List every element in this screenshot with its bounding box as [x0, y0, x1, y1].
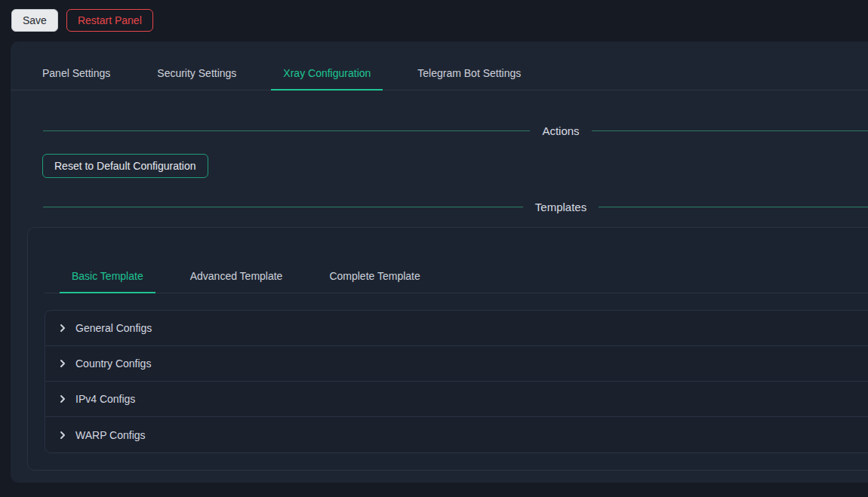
- chevron-right-icon: [58, 394, 67, 403]
- collapse-label: IPv4 Configs: [75, 393, 135, 405]
- config-collapse-list: General Configs Country Configs IPv4 Con…: [45, 310, 868, 453]
- settings-tab-bar: Panel Settings Security Settings Xray Co…: [11, 57, 868, 91]
- templates-card: Basic Template Advanced Template Complet…: [27, 227, 868, 471]
- save-button[interactable]: Save: [11, 9, 58, 32]
- template-tab-bar: Basic Template Advanced Template Complet…: [45, 259, 868, 293]
- chevron-right-icon: [58, 324, 67, 333]
- collapse-label: Country Configs: [75, 357, 151, 370]
- divider-line: [43, 130, 530, 131]
- collapse-header-country-configs[interactable]: Country Configs: [45, 346, 868, 382]
- tab-complete-template[interactable]: Complete Template: [317, 259, 432, 293]
- actions-divider-label: Actions: [530, 124, 591, 137]
- collapse-header-general-configs[interactable]: General Configs: [45, 311, 868, 346]
- chevron-right-icon: [58, 359, 67, 368]
- tab-telegram-bot-settings[interactable]: Telegram Bot Settings: [405, 57, 533, 90]
- collapse-label: WARP Configs: [75, 429, 146, 441]
- collapse-header-ipv4-configs[interactable]: IPv4 Configs: [45, 382, 868, 417]
- templates-divider: Templates: [11, 201, 868, 213]
- collapse-header-warp-configs[interactable]: WARP Configs: [45, 417, 868, 453]
- templates-divider-label: Templates: [523, 201, 599, 213]
- collapse-label: General Configs: [75, 322, 152, 334]
- settings-card: Panel Settings Security Settings Xray Co…: [11, 41, 868, 483]
- tab-advanced-template[interactable]: Advanced Template: [178, 259, 295, 293]
- divider-line: [43, 207, 523, 207]
- tab-security-settings[interactable]: Security Settings: [145, 57, 248, 90]
- tab-xray-configuration[interactable]: Xray Configuration: [271, 57, 383, 90]
- restart-panel-button[interactable]: Restart Panel: [66, 9, 153, 32]
- reset-default-configuration-button[interactable]: Reset to Default Configuration: [42, 154, 208, 178]
- tab-basic-template[interactable]: Basic Template: [60, 259, 155, 293]
- divider-line: [592, 130, 868, 131]
- top-toolbar: Save Restart Panel: [0, 0, 868, 32]
- chevron-right-icon: [58, 431, 67, 440]
- actions-divider: Actions: [11, 124, 868, 137]
- divider-line: [599, 207, 868, 207]
- tab-panel-settings[interactable]: Panel Settings: [30, 57, 122, 90]
